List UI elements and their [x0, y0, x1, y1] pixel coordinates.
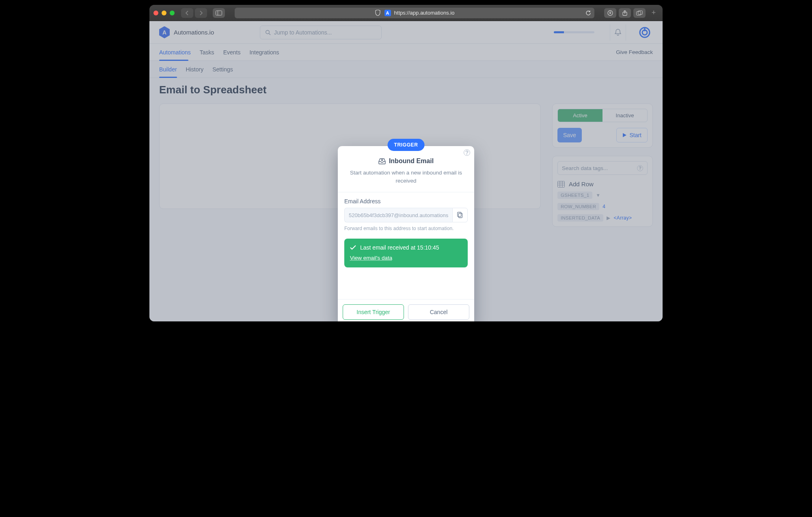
svg-rect-4 — [637, 11, 641, 15]
svg-rect-11 — [558, 181, 565, 187]
last-email-alert: Last email received at 15:10:45 View ema… — [344, 239, 468, 267]
brand[interactable]: A Automations.io — [159, 26, 253, 39]
window-controls — [153, 11, 175, 15]
page-title: Email to Spreadsheet — [159, 84, 653, 96]
search-icon — [265, 30, 271, 35]
close-window-icon[interactable] — [153, 11, 158, 15]
brand-name: Automations.io — [174, 29, 214, 36]
app-header: A Automations.io Jump to Automations... — [149, 21, 663, 44]
chevron-right-icon: ▶ — [607, 215, 610, 221]
downloads-button[interactable] — [604, 8, 616, 18]
help-icon[interactable]: ? — [637, 165, 643, 171]
tag-inserted-value: <Array> — [614, 215, 632, 221]
status-active[interactable]: Active — [558, 109, 603, 122]
maximize-window-icon[interactable] — [170, 11, 175, 15]
table-icon — [557, 181, 565, 187]
address-bar[interactable]: A https://app.automations.io — [235, 8, 594, 18]
view-email-data-link[interactable]: View email's data — [350, 255, 462, 261]
start-button[interactable]: Start — [616, 128, 648, 142]
new-tab-button[interactable]: + — [649, 8, 659, 18]
trigger-modal: TRIGGER ? Inbound Email Start automation… — [338, 146, 474, 321]
give-feedback-link[interactable]: Give Feedback — [616, 49, 653, 55]
site-favicon-icon: A — [384, 10, 391, 16]
brand-logo-icon: A — [159, 26, 170, 39]
status-segmented[interactable]: Active Inactive — [557, 109, 648, 122]
svg-point-6 — [266, 30, 270, 34]
search-data-tags[interactable]: Search data tags... ? — [557, 161, 648, 175]
copy-icon — [457, 212, 463, 218]
tag-source[interactable]: GSHEETS_1 ▼ — [557, 192, 648, 199]
notifications-button[interactable] — [610, 24, 626, 41]
global-search-placeholder: Jump to Automations... — [274, 29, 332, 36]
tag-row-number-label: ROW_NUMBER — [557, 203, 599, 210]
modal-help-icon[interactable]: ? — [464, 149, 470, 156]
svg-line-7 — [269, 33, 270, 35]
sub-nav: Builder History Settings — [149, 61, 663, 78]
save-button[interactable]: Save — [557, 128, 582, 142]
account-power-button[interactable] — [637, 24, 653, 41]
search-data-tags-placeholder: Search data tags... — [562, 165, 608, 171]
usage-progress — [554, 31, 594, 33]
alert-text: Last email received at 15:10:45 — [360, 244, 439, 251]
status-panel: Active Inactive Save Start — [552, 103, 653, 148]
add-row-section: Add Row — [557, 181, 648, 187]
sidebar-toggle-button[interactable] — [213, 8, 225, 18]
safari-titlebar: A https://app.automations.io + — [149, 5, 663, 21]
email-field-label: Email Address — [344, 198, 468, 205]
tag-inserted-data[interactable]: INSERTED_DATA ▶ <Array> — [557, 214, 648, 222]
svg-rect-17 — [458, 212, 461, 217]
data-tags-panel: Search data tags... ? Add Row GSHEETS_1 … — [552, 156, 653, 227]
reload-icon[interactable] — [585, 10, 591, 16]
subnav-settings[interactable]: Settings — [212, 66, 233, 73]
nav-tasks[interactable]: Tasks — [200, 49, 214, 56]
copy-button[interactable] — [452, 208, 468, 222]
tag-row-number-value: 4 — [603, 204, 605, 209]
tag-row-number[interactable]: ROW_NUMBER 4 — [557, 203, 648, 210]
tag-source-chip: GSHEETS_1 — [557, 192, 592, 199]
cancel-button[interactable]: Cancel — [408, 304, 469, 320]
insert-trigger-button[interactable]: Insert Trigger — [343, 304, 404, 320]
back-button[interactable] — [181, 8, 193, 18]
play-icon — [622, 133, 627, 138]
minimize-window-icon[interactable] — [162, 11, 166, 15]
share-button[interactable] — [619, 8, 631, 18]
chevron-down-icon: ▼ — [596, 193, 600, 198]
privacy-shield-icon — [375, 10, 381, 16]
status-inactive[interactable]: Inactive — [603, 109, 647, 122]
svg-rect-5 — [638, 11, 643, 14]
forward-button[interactable] — [195, 8, 207, 18]
add-row-label: Add Row — [569, 181, 594, 187]
svg-rect-0 — [216, 11, 222, 15]
primary-nav: Automations Tasks Events Integrations Gi… — [149, 44, 663, 61]
start-button-label: Start — [629, 132, 641, 138]
check-icon — [350, 245, 356, 250]
global-search[interactable]: Jump to Automations... — [260, 26, 382, 39]
tabs-button[interactable] — [633, 8, 646, 18]
tag-inserted-label: INSERTED_DATA — [557, 214, 603, 222]
inbox-icon — [378, 158, 386, 164]
subnav-history[interactable]: History — [186, 66, 204, 73]
email-hint: Forward emails to this address to start … — [344, 226, 468, 231]
nav-automations[interactable]: Automations — [159, 49, 191, 56]
safari-window: A https://app.automations.io + A Aut — [149, 5, 663, 321]
inbound-email-input[interactable] — [344, 208, 452, 222]
modal-title: Inbound Email — [389, 157, 434, 165]
subnav-builder[interactable]: Builder — [159, 66, 177, 73]
modal-subtitle: Start automation when a new inbound emai… — [346, 169, 466, 185]
svg-rect-16 — [459, 213, 462, 218]
nav-integrations[interactable]: Integrations — [249, 49, 279, 56]
nav-events[interactable]: Events — [223, 49, 241, 56]
url-text: https://app.automations.io — [394, 10, 455, 16]
